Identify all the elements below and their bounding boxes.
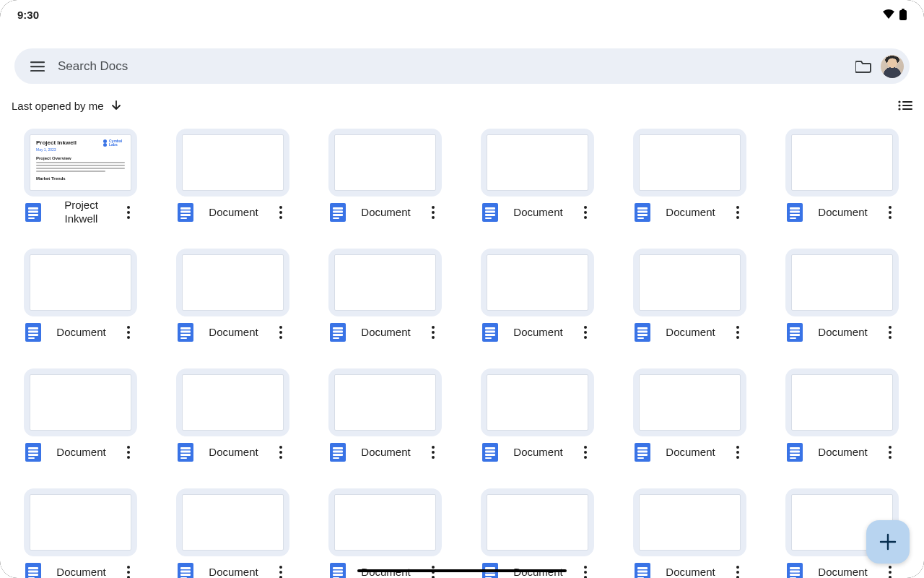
document-thumbnail (481, 488, 594, 556)
document-tile[interactable]: Document (176, 249, 289, 347)
avatar[interactable] (881, 55, 904, 78)
more-vert-icon (736, 451, 739, 454)
document-tile[interactable]: Document (24, 488, 137, 578)
svg-rect-6 (902, 101, 912, 103)
document-tile[interactable]: Document (785, 368, 899, 467)
more-options-button[interactable] (578, 562, 593, 578)
document-thumbnail (481, 129, 594, 197)
svg-rect-4 (30, 70, 45, 72)
more-options-button[interactable] (274, 202, 288, 223)
more-options-button[interactable] (274, 562, 288, 578)
document-thumbnail (176, 488, 289, 556)
more-options-button[interactable] (578, 322, 593, 342)
more-vert-icon (736, 211, 739, 214)
more-options-button[interactable] (121, 322, 136, 342)
screen-corner (0, 0, 17, 17)
document-meta: Document (481, 198, 594, 227)
document-page-preview (791, 134, 893, 191)
more-options-button[interactable] (883, 202, 897, 223)
document-tile[interactable]: Document (24, 249, 137, 347)
document-title: Document (201, 206, 266, 220)
document-tile[interactable]: CymbalLabsProject InkwellMay 1, 2023Proj… (24, 129, 137, 227)
status-bar: 9:30 (0, 0, 924, 29)
search-input[interactable] (52, 59, 849, 74)
more-options-button[interactable] (883, 322, 897, 342)
document-page-preview (487, 374, 588, 431)
hamburger-icon (30, 61, 45, 72)
docs-file-icon (482, 443, 498, 462)
document-tile[interactable]: Document (481, 368, 594, 467)
document-title: Document (201, 446, 266, 460)
new-document-fab[interactable] (866, 520, 910, 564)
more-options-button[interactable] (426, 442, 440, 462)
more-options-button[interactable] (426, 322, 440, 342)
folder-button[interactable] (849, 52, 878, 81)
document-thumbnail (785, 368, 899, 436)
document-thumbnail (481, 368, 594, 436)
more-options-button[interactable] (731, 202, 745, 223)
document-tile[interactable]: Document (633, 488, 746, 578)
docs-file-icon (25, 443, 41, 462)
more-vert-icon (584, 451, 587, 454)
document-meta: Document (633, 558, 746, 578)
more-options-button[interactable] (883, 442, 897, 462)
document-title: Document (810, 326, 876, 340)
document-thumbnail (328, 488, 442, 556)
home-indicator[interactable] (357, 569, 567, 572)
more-options-button[interactable] (883, 562, 897, 578)
more-options-button[interactable] (578, 442, 593, 462)
document-tile[interactable]: Document (785, 249, 899, 347)
more-vert-icon (127, 451, 130, 454)
more-options-button[interactable] (121, 202, 136, 223)
document-thumbnail (24, 368, 137, 436)
document-tile[interactable]: Document (328, 368, 442, 467)
document-tile[interactable]: Document (176, 368, 289, 467)
preview-date: May 1, 2023 (36, 147, 125, 152)
sort-button[interactable]: Last opened by me (12, 100, 121, 112)
document-page-preview (182, 134, 284, 191)
more-options-button[interactable] (426, 202, 440, 223)
document-page-preview (30, 494, 131, 551)
more-options-button[interactable] (731, 442, 745, 462)
document-page-preview (30, 254, 131, 311)
document-tile[interactable]: Document (633, 249, 746, 347)
document-tile[interactable]: Document (633, 368, 746, 467)
more-vert-icon (127, 211, 130, 214)
docs-file-icon (787, 443, 803, 462)
document-tile[interactable]: Document (785, 129, 899, 227)
docs-file-icon (178, 323, 193, 342)
menu-button[interactable] (23, 52, 52, 81)
search-bar (14, 48, 910, 84)
document-tile[interactable]: Document (176, 488, 289, 578)
docs-file-icon (787, 323, 803, 342)
more-options-button[interactable] (731, 322, 745, 342)
document-tile[interactable]: Document (328, 129, 442, 227)
document-title: Document (353, 206, 419, 220)
more-options-button[interactable] (121, 442, 136, 462)
status-icons (882, 9, 907, 20)
document-title: Project Inkwell (48, 199, 114, 226)
svg-point-5 (898, 100, 900, 103)
more-options-button[interactable] (274, 322, 288, 342)
document-title: Document (48, 566, 114, 578)
document-meta: Document (328, 558, 442, 578)
more-options-button[interactable] (578, 202, 593, 223)
document-tile[interactable]: Document (328, 488, 442, 578)
document-thumbnail (633, 488, 746, 556)
more-vert-icon (889, 451, 892, 454)
list-view-button[interactable] (898, 100, 912, 111)
document-page-preview (334, 134, 436, 191)
document-page-preview (639, 374, 741, 431)
document-tile[interactable]: Document (633, 129, 746, 227)
more-options-button[interactable] (274, 442, 288, 462)
more-options-button[interactable] (731, 562, 745, 578)
document-page-preview (334, 374, 436, 431)
document-tile[interactable]: Document (24, 368, 137, 467)
document-tile[interactable]: Document (176, 129, 289, 227)
document-tile[interactable]: Document (481, 129, 594, 227)
more-options-button[interactable] (121, 562, 136, 578)
document-thumbnail: CymbalLabsProject InkwellMay 1, 2023Proj… (24, 129, 137, 197)
document-tile[interactable]: Document (481, 249, 594, 347)
document-tile[interactable]: Document (481, 488, 594, 578)
document-tile[interactable]: Document (328, 249, 442, 347)
